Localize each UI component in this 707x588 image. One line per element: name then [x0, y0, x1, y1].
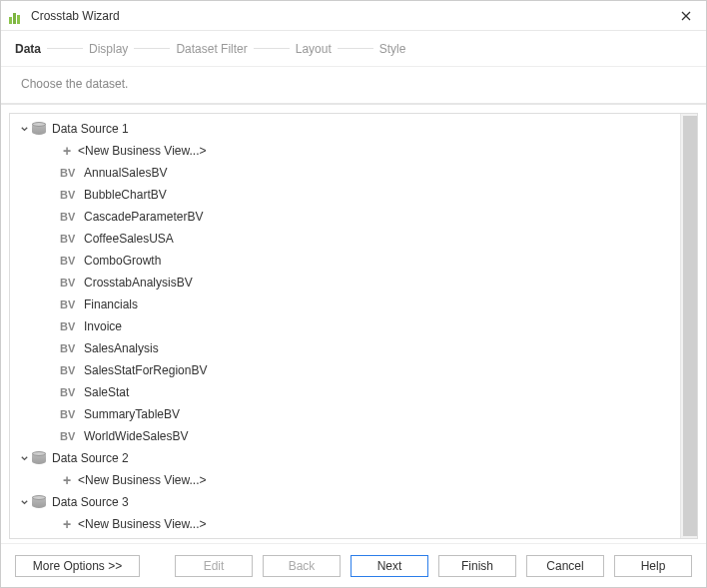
chevron-down-icon[interactable]	[18, 452, 30, 464]
new-business-view-label: <New Business View...>	[78, 517, 207, 531]
business-view-icon: BV	[60, 341, 80, 355]
button-row: More Options >> Edit Back Next Finish Ca…	[1, 543, 706, 587]
data-source-label: Data Source 2	[52, 451, 129, 465]
window-title: Crosstab Wizard	[31, 9, 672, 23]
business-view-label: Invoice	[84, 319, 122, 333]
business-view-label: CoffeeSalesUSA	[84, 232, 174, 246]
business-view-label: ComboGrowth	[84, 254, 161, 268]
step-layout[interactable]: Layout	[296, 42, 332, 56]
business-view-icon: BV	[60, 429, 80, 443]
step-separator	[134, 48, 170, 49]
step-style[interactable]: Style	[379, 42, 406, 56]
dataset-tree-panel: Data Source 1+<New Business View...>BVAn…	[9, 113, 698, 539]
business-view-label: CrosstabAnalysisBV	[84, 276, 193, 290]
edit-button: Edit	[175, 555, 253, 577]
scrollbar[interactable]	[680, 114, 697, 538]
business-view-item[interactable]: BVComboGrowth	[16, 250, 680, 272]
plus-icon: +	[60, 473, 74, 487]
business-view-icon: BV	[60, 297, 80, 311]
scrollbar-thumb[interactable]	[683, 116, 698, 536]
back-button: Back	[263, 555, 341, 577]
database-icon	[32, 122, 48, 136]
next-button[interactable]: Next	[351, 555, 428, 577]
data-source-label: Data Source 3	[52, 495, 129, 509]
business-view-item[interactable]: BVSummaryTableBV	[16, 403, 680, 425]
business-view-icon: BV	[60, 276, 80, 290]
data-source-node[interactable]: Data Source 3	[16, 491, 680, 513]
chevron-down-icon[interactable]	[18, 496, 30, 508]
close-icon	[681, 11, 691, 21]
business-view-label: WorldWideSalesBV	[84, 429, 188, 443]
step-separator	[47, 48, 83, 49]
new-business-view-label: <New Business View...>	[78, 144, 207, 158]
new-business-view-label: <New Business View...>	[78, 473, 207, 487]
database-icon	[32, 495, 48, 509]
business-view-icon: BV	[60, 385, 80, 399]
wizard-dialog: Crosstab Wizard Data Display Dataset Fil…	[0, 0, 707, 588]
chevron-down-icon[interactable]	[18, 123, 30, 135]
business-view-icon: BV	[60, 363, 80, 377]
more-options-button[interactable]: More Options >>	[15, 555, 140, 577]
step-separator	[254, 48, 290, 49]
new-business-view-item[interactable]: +<New Business View...>	[16, 469, 680, 491]
help-button[interactable]: Help	[614, 555, 692, 577]
business-view-item[interactable]: BVBubbleChartBV	[16, 184, 680, 206]
finish-button[interactable]: Finish	[438, 555, 516, 577]
plus-icon: +	[60, 144, 74, 158]
business-view-item[interactable]: BVWorldWideSalesBV	[16, 425, 680, 447]
step-separator	[338, 48, 373, 49]
business-view-item[interactable]: BVSaleStat	[16, 381, 680, 403]
business-view-item[interactable]: BVSalesStatForRegionBV	[16, 359, 680, 381]
step-display[interactable]: Display	[89, 42, 128, 56]
business-view-label: BubbleChartBV	[84, 188, 167, 202]
plus-icon: +	[60, 517, 74, 531]
cancel-button[interactable]: Cancel	[526, 555, 604, 577]
business-view-item[interactable]: BVFinancials	[16, 294, 680, 315]
business-view-label: SaleStat	[84, 385, 129, 399]
business-view-label: SalesAnalysis	[84, 341, 159, 355]
business-view-label: CascadeParameterBV	[84, 210, 203, 224]
business-view-item[interactable]: BVCascadeParameterBV	[16, 206, 680, 228]
business-view-icon: BV	[60, 166, 80, 180]
business-view-item[interactable]: BVAnnualSalesBV	[16, 162, 680, 184]
new-business-view-item[interactable]: +<New Business View...>	[16, 140, 680, 162]
business-view-label: SalesStatForRegionBV	[84, 363, 207, 377]
data-source-label: Data Source 1	[52, 122, 129, 136]
business-view-label: Financials	[84, 297, 138, 311]
business-view-label: AnnualSalesBV	[84, 166, 167, 180]
business-view-item[interactable]: BVSalesAnalysis	[16, 337, 680, 359]
database-icon	[32, 451, 48, 465]
step-data[interactable]: Data	[15, 42, 41, 56]
business-view-item[interactable]: BVCrosstabAnalysisBV	[16, 272, 680, 294]
instruction-text: Choose the dataset.	[1, 67, 706, 105]
business-view-item[interactable]: BVInvoice	[16, 315, 680, 337]
business-view-icon: BV	[60, 319, 80, 333]
data-source-node[interactable]: Data Source 1	[16, 118, 680, 140]
business-view-item[interactable]: BVCoffeeSalesUSA	[16, 228, 680, 250]
dataset-tree[interactable]: Data Source 1+<New Business View...>BVAn…	[10, 114, 680, 538]
business-view-icon: BV	[60, 210, 80, 224]
close-button[interactable]	[672, 5, 700, 27]
data-source-node[interactable]: Data Source 2	[16, 447, 680, 469]
crosstab-app-icon	[9, 8, 25, 24]
business-view-icon: BV	[60, 232, 80, 246]
new-business-view-item[interactable]: +<New Business View...>	[16, 513, 680, 535]
business-view-icon: BV	[60, 188, 80, 202]
business-view-icon: BV	[60, 407, 80, 421]
step-dataset-filter[interactable]: Dataset Filter	[176, 42, 247, 56]
business-view-icon: BV	[60, 254, 80, 268]
title-bar: Crosstab Wizard	[1, 1, 706, 31]
business-view-label: SummaryTableBV	[84, 407, 180, 421]
wizard-steps: Data Display Dataset Filter Layout Style	[1, 31, 706, 67]
